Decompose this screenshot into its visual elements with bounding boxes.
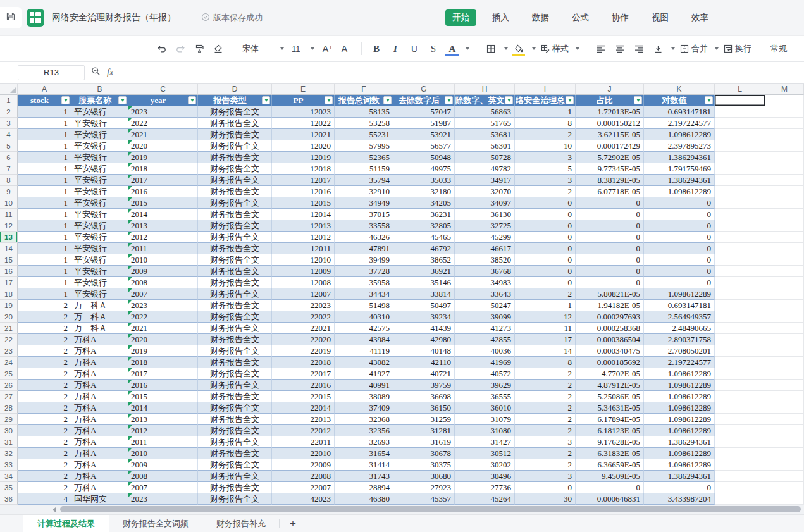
cell[interactable]: 2.890371758 bbox=[644, 334, 715, 345]
cell[interactable]: 4 bbox=[18, 493, 71, 505]
cell[interactable] bbox=[715, 323, 765, 334]
row-header[interactable]: 14 bbox=[0, 243, 18, 254]
cell[interactable]: 万科A bbox=[71, 482, 128, 493]
cell[interactable]: 财务报告全文 bbox=[198, 220, 272, 232]
cell[interactable]: 2.197224577 bbox=[644, 357, 715, 368]
cell[interactable]: 32805 bbox=[393, 220, 455, 232]
filter-dropdown-icon[interactable] bbox=[505, 96, 513, 104]
row-header[interactable]: 16 bbox=[0, 266, 18, 277]
row-header[interactable]: 35 bbox=[0, 482, 18, 493]
cell[interactable]: 财务报告全文 bbox=[198, 459, 272, 471]
cell[interactable]: 财务报告全文 bbox=[198, 368, 272, 380]
cell[interactable]: 56577 bbox=[393, 140, 455, 152]
cell[interactable]: 0.000646831 bbox=[576, 493, 644, 505]
cell[interactable]: 2017 bbox=[128, 175, 198, 186]
filter-dropdown-icon[interactable] bbox=[188, 96, 196, 104]
cell[interactable] bbox=[715, 471, 765, 482]
cell[interactable]: 财务报告全文 bbox=[198, 425, 272, 436]
cell[interactable]: 39499 bbox=[335, 254, 393, 266]
cell[interactable] bbox=[765, 323, 804, 334]
cell[interactable]: 2020 bbox=[128, 140, 198, 152]
cell[interactable]: 2016 bbox=[128, 186, 198, 197]
filter-dropdown-icon[interactable] bbox=[705, 96, 713, 104]
cell[interactable]: 12015 bbox=[272, 197, 335, 209]
cell[interactable]: 财务报告全文 bbox=[198, 243, 272, 254]
cell[interactable]: 32180 bbox=[393, 186, 455, 197]
cell[interactable]: 财务报告全文 bbox=[198, 277, 272, 288]
cell[interactable]: 2 bbox=[515, 186, 576, 197]
cell[interactable]: 2 bbox=[18, 334, 71, 345]
cell[interactable]: 32356 bbox=[335, 425, 393, 436]
cell[interactable]: 2 bbox=[515, 402, 576, 414]
cell[interactable] bbox=[765, 140, 804, 152]
row-header[interactable]: 34 bbox=[0, 471, 18, 482]
menu-tab-数据[interactable]: 数据 bbox=[525, 9, 556, 26]
cell[interactable]: 0 bbox=[576, 243, 644, 254]
cell[interactable]: 1.098612289 bbox=[644, 425, 715, 436]
cell[interactable]: 万 科Ａ bbox=[71, 311, 128, 323]
cell[interactable] bbox=[715, 334, 765, 345]
cell[interactable]: 1.791759469 bbox=[644, 163, 715, 175]
cell[interactable]: 万科A bbox=[71, 368, 128, 380]
cell[interactable]: 财务报告全文 bbox=[198, 175, 272, 186]
cell[interactable]: 40148 bbox=[393, 345, 455, 357]
cell[interactable]: 47891 bbox=[335, 243, 393, 254]
cell[interactable]: 36698 bbox=[393, 391, 455, 402]
cell[interactable]: 报告类型 bbox=[198, 95, 272, 106]
cell[interactable]: 22007 bbox=[272, 482, 335, 493]
cell[interactable]: 2012 bbox=[128, 232, 198, 243]
cell[interactable]: year bbox=[128, 95, 198, 106]
cell[interactable]: 1 bbox=[18, 209, 71, 220]
cell[interactable]: 2014 bbox=[128, 209, 198, 220]
cell[interactable]: 2022 bbox=[128, 118, 198, 129]
cell[interactable]: 22013 bbox=[272, 414, 335, 425]
cell[interactable]: 平安银行 bbox=[71, 243, 128, 254]
cell[interactable]: 2 bbox=[18, 380, 71, 391]
cell[interactable] bbox=[715, 436, 765, 448]
cell[interactable]: 万科A bbox=[71, 345, 128, 357]
cell[interactable]: 0.000172429 bbox=[576, 140, 644, 152]
cell[interactable]: 51159 bbox=[335, 163, 393, 175]
cell[interactable]: 5.80821E-05 bbox=[576, 288, 644, 300]
cell[interactable]: 27923 bbox=[393, 482, 455, 493]
column-header-G[interactable]: G bbox=[393, 84, 455, 95]
cell[interactable]: 2 bbox=[18, 471, 71, 482]
cell[interactable]: 34434 bbox=[335, 288, 393, 300]
cell[interactable] bbox=[765, 175, 804, 186]
row-header[interactable]: 17 bbox=[0, 277, 18, 288]
cell[interactable]: 0 bbox=[644, 254, 715, 266]
cell[interactable]: 财务报告全文 bbox=[198, 106, 272, 118]
cell[interactable] bbox=[715, 106, 765, 118]
cell[interactable]: 0 bbox=[576, 482, 644, 493]
cell[interactable]: 2 bbox=[515, 368, 576, 380]
cell[interactable]: 平安银行 bbox=[71, 163, 128, 175]
cell[interactable] bbox=[765, 391, 804, 402]
cell[interactable]: 1.098612289 bbox=[644, 129, 715, 140]
cell[interactable]: 财务报告全文 bbox=[198, 357, 272, 368]
row-header[interactable]: 3 bbox=[0, 118, 18, 129]
cell[interactable]: 财务报告全文 bbox=[198, 163, 272, 175]
cell[interactable]: 49975 bbox=[393, 163, 455, 175]
cell[interactable]: 36768 bbox=[455, 266, 515, 277]
underline-button[interactable]: U bbox=[406, 40, 423, 58]
cell[interactable]: 12012 bbox=[272, 232, 335, 243]
cell[interactable]: 2 bbox=[515, 391, 576, 402]
vertical-align-button[interactable] bbox=[650, 40, 666, 58]
cell[interactable]: 40572 bbox=[455, 368, 515, 380]
cell[interactable]: 2009 bbox=[128, 459, 198, 471]
cell[interactable]: 56301 bbox=[455, 140, 515, 152]
cell[interactable]: 1.72013E-05 bbox=[576, 106, 644, 118]
cell[interactable]: 财务报告全文 bbox=[198, 140, 272, 152]
sheet-tab-计算过程及结果[interactable]: 计算过程及结果 bbox=[23, 515, 109, 532]
cell[interactable]: 0 bbox=[515, 482, 576, 493]
row-header[interactable]: 30 bbox=[0, 425, 18, 436]
cell[interactable]: 30375 bbox=[393, 459, 455, 471]
cell[interactable]: 2 bbox=[18, 448, 71, 459]
cell[interactable] bbox=[715, 300, 765, 311]
menu-tab-插入[interactable]: 插入 bbox=[485, 9, 516, 26]
cell[interactable]: 35958 bbox=[335, 277, 393, 288]
cell[interactable]: 财务报告全文 bbox=[198, 436, 272, 448]
cell[interactable]: 2 bbox=[515, 459, 576, 471]
cell[interactable]: 46380 bbox=[335, 493, 393, 505]
eraser-button[interactable] bbox=[210, 40, 226, 58]
